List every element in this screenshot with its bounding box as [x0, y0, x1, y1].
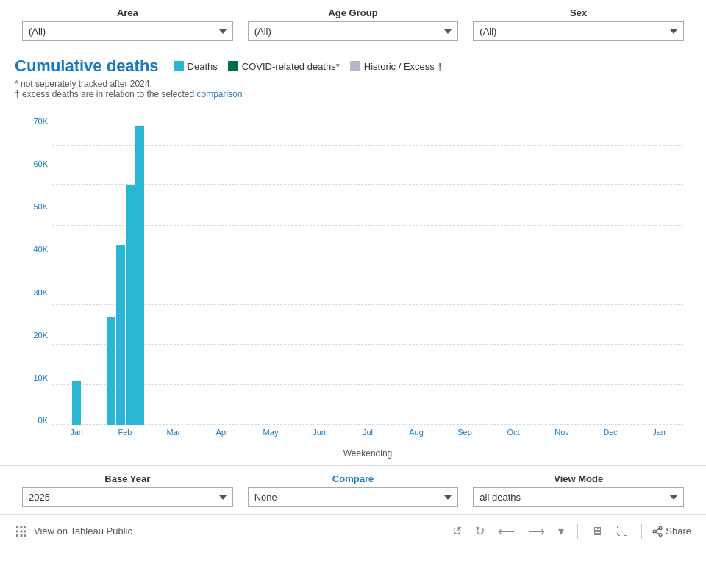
x-tick: Jan	[635, 428, 683, 437]
view-mode-select[interactable]: all deaths	[473, 487, 684, 507]
base-year-group: Base Year 2025	[15, 473, 240, 507]
svg-point-11	[653, 530, 656, 533]
view-mode-label: View Mode	[554, 473, 603, 484]
month-group	[586, 118, 635, 425]
tableau-link[interactable]: View on Tableau Public	[15, 525, 132, 538]
y-tick-20: 20K	[33, 331, 48, 340]
x-tick: Apr	[198, 428, 246, 437]
bottom-controls: Base Year 2025 Compare None View Mode al…	[0, 465, 706, 512]
compare-group: Compare None	[240, 473, 466, 507]
sex-label: Sex	[570, 7, 587, 18]
area-filter-group: Area (All)	[15, 7, 240, 41]
svg-rect-6	[24, 526, 26, 528]
base-year-label: Base Year	[104, 473, 150, 484]
header-section: Cumulative deaths Deaths COVID-related d…	[0, 46, 706, 104]
svg-rect-1	[16, 530, 18, 532]
deaths-swatch	[174, 61, 184, 71]
svg-rect-7	[24, 530, 26, 532]
fullscreen-button[interactable]: ⛶	[613, 523, 631, 539]
month-group	[295, 118, 343, 425]
sex-select[interactable]: (All)	[473, 21, 684, 41]
svg-line-12	[656, 528, 659, 531]
chart-inner	[52, 118, 683, 425]
x-tick: Jun	[295, 428, 343, 437]
y-tick-60: 60K	[33, 160, 48, 168]
x-tick: Mar	[149, 428, 198, 437]
x-tick: Feb	[101, 428, 149, 437]
x-tick: Jan	[52, 428, 101, 437]
bar	[126, 185, 135, 425]
deaths-label: Deaths	[188, 61, 218, 72]
legend: Deaths COVID-related deaths* Historic / …	[174, 61, 443, 72]
svg-point-9	[659, 526, 662, 529]
bars-area	[52, 118, 683, 425]
page-title: Cumulative deaths	[15, 57, 159, 76]
y-axis: 0K 10K 20K 30K 40K 50K 60K 70K	[15, 118, 52, 425]
y-tick-40: 40K	[33, 245, 48, 254]
historic-label: Historic / Excess †	[364, 61, 443, 72]
x-axis-label: Weekending	[52, 448, 683, 459]
share-button[interactable]: Share	[652, 526, 691, 537]
month-group	[441, 118, 489, 425]
bar	[116, 245, 125, 425]
y-tick-70: 70K	[33, 118, 48, 126]
historic-swatch	[350, 61, 360, 71]
bar	[72, 381, 81, 425]
covid-swatch	[228, 61, 238, 71]
area-select[interactable]: (All)	[22, 21, 233, 41]
compare-select[interactable]: None	[248, 487, 459, 507]
footer: View on Tableau Public ↺ ↻ ⟵ ⟶ ▾ 🖥 ⛶ Sha…	[0, 514, 706, 547]
month-group	[635, 118, 683, 425]
x-tick: May	[246, 428, 295, 437]
svg-rect-5	[21, 534, 23, 537]
back-button[interactable]: ⟵	[495, 523, 518, 539]
svg-rect-4	[21, 530, 23, 532]
chart-container: 0K 10K 20K 30K 40K 50K 60K 70K JanFebMar…	[15, 110, 691, 462]
x-tick: Dec	[586, 428, 635, 437]
compare-label: Compare	[332, 473, 374, 484]
desktop-view-button[interactable]: 🖥	[588, 523, 606, 539]
covid-label: COVID-related deaths*	[242, 61, 340, 72]
dropdown-button[interactable]: ▾	[555, 523, 567, 539]
y-tick-10: 10K	[33, 374, 48, 382]
y-tick-0: 0K	[38, 417, 48, 425]
footer-divider	[577, 524, 578, 539]
undo-button[interactable]: ↺	[449, 523, 465, 539]
bar	[107, 317, 115, 425]
y-tick-50: 50K	[33, 203, 48, 211]
month-group	[538, 118, 586, 425]
month-group	[392, 118, 441, 425]
svg-rect-8	[24, 534, 26, 537]
share-icon	[652, 526, 663, 537]
x-tick: Nov	[538, 428, 586, 437]
month-group	[489, 118, 538, 425]
svg-point-10	[659, 533, 662, 536]
svg-rect-0	[16, 526, 18, 528]
month-group	[101, 118, 149, 425]
comparison-link[interactable]: comparison	[197, 89, 243, 99]
month-group	[343, 118, 392, 425]
age-group-filter-group: Age Group (All)	[240, 7, 466, 41]
tableau-label: View on Tableau Public	[34, 526, 132, 537]
svg-rect-3	[21, 526, 23, 528]
filters-row: Area (All) Age Group (All) Sex (All)	[0, 0, 706, 46]
footer-divider2	[641, 524, 642, 539]
x-tick: Aug	[392, 428, 441, 437]
x-tick: Jul	[343, 428, 392, 437]
month-group	[246, 118, 295, 425]
legend-item-historic: Historic / Excess †	[350, 61, 443, 72]
view-mode-group: View Mode all deaths	[466, 473, 691, 507]
footer-icons: ↺ ↻ ⟵ ⟶ ▾ 🖥 ⛶ Share	[449, 523, 691, 539]
redo-button[interactable]: ↻	[472, 523, 488, 539]
forward-button[interactable]: ⟶	[525, 523, 548, 539]
x-tick: Sep	[441, 428, 489, 437]
age-group-label: Age Group	[328, 7, 377, 18]
legend-item-deaths: Deaths	[174, 61, 218, 72]
base-year-select[interactable]: 2025	[22, 487, 233, 507]
area-label: Area	[117, 7, 138, 18]
svg-line-13	[656, 531, 659, 534]
month-group	[149, 118, 198, 425]
age-group-select[interactable]: (All)	[248, 21, 459, 41]
sex-filter-group: Sex (All)	[466, 7, 691, 41]
x-tick: Oct	[489, 428, 538, 437]
